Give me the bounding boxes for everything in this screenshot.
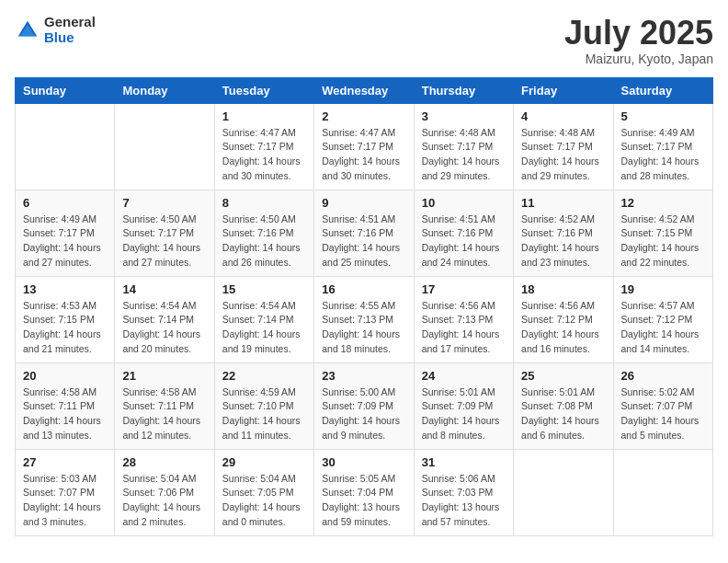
- calendar-cell: [514, 449, 613, 535]
- day-info: Sunrise: 5:03 AM Sunset: 7:07 PM Dayligh…: [23, 472, 107, 530]
- calendar-cell: 20Sunrise: 4:58 AM Sunset: 7:11 PM Dayli…: [16, 362, 115, 449]
- calendar-cell: [613, 449, 712, 535]
- day-number: 13: [23, 282, 107, 296]
- day-number: 12: [621, 196, 705, 210]
- day-number: 7: [122, 196, 206, 210]
- week-row-2: 6Sunrise: 4:49 AM Sunset: 7:17 PM Daylig…: [16, 190, 713, 276]
- day-info: Sunrise: 4:54 AM Sunset: 7:14 PM Dayligh…: [222, 299, 306, 357]
- month-title: July 2025: [564, 15, 713, 52]
- logo-general-text: General: [44, 15, 96, 30]
- calendar-cell: 3Sunrise: 4:48 AM Sunset: 7:17 PM Daylig…: [414, 103, 513, 190]
- calendar-cell: 27Sunrise: 5:03 AM Sunset: 7:07 PM Dayli…: [16, 449, 115, 535]
- logo-text: General Blue: [44, 15, 96, 45]
- day-number: 31: [422, 455, 506, 469]
- calendar-cell: 9Sunrise: 4:51 AM Sunset: 7:16 PM Daylig…: [314, 190, 414, 276]
- calendar-cell: 16Sunrise: 4:55 AM Sunset: 7:13 PM Dayli…: [314, 276, 414, 362]
- day-number: 10: [422, 196, 506, 210]
- day-number: 14: [122, 282, 206, 296]
- week-row-1: 1Sunrise: 4:47 AM Sunset: 7:17 PM Daylig…: [16, 103, 713, 190]
- weekday-header-friday: Friday: [514, 77, 613, 103]
- day-info: Sunrise: 4:56 AM Sunset: 7:13 PM Dayligh…: [422, 299, 506, 357]
- day-number: 1: [222, 109, 306, 123]
- weekday-header-tuesday: Tuesday: [214, 77, 313, 103]
- day-number: 19: [621, 282, 705, 296]
- calendar-cell: 17Sunrise: 4:56 AM Sunset: 7:13 PM Dayli…: [414, 276, 513, 362]
- day-info: Sunrise: 4:54 AM Sunset: 7:14 PM Dayligh…: [122, 299, 206, 357]
- day-number: 8: [222, 196, 306, 210]
- weekday-header-thursday: Thursday: [414, 77, 513, 103]
- day-number: 4: [521, 109, 605, 123]
- day-info: Sunrise: 4:49 AM Sunset: 7:17 PM Dayligh…: [23, 213, 107, 270]
- day-info: Sunrise: 4:59 AM Sunset: 7:10 PM Dayligh…: [222, 385, 306, 443]
- logo: General Blue: [15, 15, 96, 45]
- calendar-cell: 22Sunrise: 4:59 AM Sunset: 7:10 PM Dayli…: [214, 362, 313, 449]
- calendar-cell: [16, 103, 115, 190]
- calendar-cell: 31Sunrise: 5:06 AM Sunset: 7:03 PM Dayli…: [414, 449, 513, 535]
- day-number: 9: [322, 196, 405, 210]
- day-number: 25: [521, 369, 605, 383]
- calendar-cell: 5Sunrise: 4:49 AM Sunset: 7:17 PM Daylig…: [613, 103, 712, 190]
- weekday-header-row: SundayMondayTuesdayWednesdayThursdayFrid…: [16, 77, 713, 103]
- day-info: Sunrise: 5:04 AM Sunset: 7:05 PM Dayligh…: [222, 472, 306, 530]
- week-row-4: 20Sunrise: 4:58 AM Sunset: 7:11 PM Dayli…: [16, 362, 713, 449]
- day-info: Sunrise: 4:57 AM Sunset: 7:12 PM Dayligh…: [621, 299, 705, 357]
- day-info: Sunrise: 4:47 AM Sunset: 7:17 PM Dayligh…: [222, 126, 306, 184]
- calendar-cell: 18Sunrise: 4:56 AM Sunset: 7:12 PM Dayli…: [514, 276, 613, 362]
- day-number: 6: [23, 196, 107, 210]
- logo-blue-text: Blue: [44, 30, 96, 46]
- day-info: Sunrise: 4:53 AM Sunset: 7:15 PM Dayligh…: [23, 299, 107, 357]
- day-info: Sunrise: 4:48 AM Sunset: 7:17 PM Dayligh…: [521, 126, 605, 184]
- weekday-header-wednesday: Wednesday: [314, 77, 414, 103]
- day-info: Sunrise: 5:01 AM Sunset: 7:09 PM Dayligh…: [422, 385, 506, 443]
- calendar-table: SundayMondayTuesdayWednesdayThursdayFrid…: [15, 77, 713, 536]
- day-number: 15: [222, 282, 306, 296]
- day-info: Sunrise: 5:00 AM Sunset: 7:09 PM Dayligh…: [322, 385, 405, 443]
- calendar-cell: 13Sunrise: 4:53 AM Sunset: 7:15 PM Dayli…: [16, 276, 115, 362]
- calendar-cell: 19Sunrise: 4:57 AM Sunset: 7:12 PM Dayli…: [613, 276, 712, 362]
- calendar-cell: 14Sunrise: 4:54 AM Sunset: 7:14 PM Dayli…: [115, 276, 214, 362]
- day-number: 30: [322, 455, 405, 469]
- calendar-cell: [115, 103, 214, 190]
- day-info: Sunrise: 4:48 AM Sunset: 7:17 PM Dayligh…: [422, 126, 506, 184]
- page-header: General Blue July 2025 Maizuru, Kyoto, J…: [15, 15, 713, 66]
- title-block: July 2025 Maizuru, Kyoto, Japan: [564, 15, 713, 66]
- day-info: Sunrise: 4:50 AM Sunset: 7:17 PM Dayligh…: [122, 213, 206, 270]
- calendar-cell: 11Sunrise: 4:52 AM Sunset: 7:16 PM Dayli…: [514, 190, 613, 276]
- calendar-cell: 4Sunrise: 4:48 AM Sunset: 7:17 PM Daylig…: [514, 103, 613, 190]
- day-number: 27: [23, 455, 107, 469]
- day-info: Sunrise: 4:52 AM Sunset: 7:16 PM Dayligh…: [521, 213, 605, 270]
- day-info: Sunrise: 4:55 AM Sunset: 7:13 PM Dayligh…: [322, 299, 405, 357]
- day-number: 5: [621, 109, 705, 123]
- location: Maizuru, Kyoto, Japan: [564, 52, 713, 66]
- day-info: Sunrise: 4:51 AM Sunset: 7:16 PM Dayligh…: [322, 213, 405, 270]
- week-row-3: 13Sunrise: 4:53 AM Sunset: 7:15 PM Dayli…: [16, 276, 713, 362]
- day-number: 18: [521, 282, 605, 296]
- day-number: 2: [322, 109, 405, 123]
- calendar-cell: 28Sunrise: 5:04 AM Sunset: 7:06 PM Dayli…: [115, 449, 214, 535]
- day-number: 28: [122, 455, 206, 469]
- calendar-cell: 21Sunrise: 4:58 AM Sunset: 7:11 PM Dayli…: [115, 362, 214, 449]
- day-info: Sunrise: 4:56 AM Sunset: 7:12 PM Dayligh…: [521, 299, 605, 357]
- day-info: Sunrise: 4:50 AM Sunset: 7:16 PM Dayligh…: [222, 213, 306, 270]
- day-number: 11: [521, 196, 605, 210]
- day-info: Sunrise: 5:01 AM Sunset: 7:08 PM Dayligh…: [521, 385, 605, 443]
- calendar-cell: 10Sunrise: 4:51 AM Sunset: 7:16 PM Dayli…: [414, 190, 513, 276]
- calendar-cell: 25Sunrise: 5:01 AM Sunset: 7:08 PM Dayli…: [514, 362, 613, 449]
- calendar-cell: 8Sunrise: 4:50 AM Sunset: 7:16 PM Daylig…: [214, 190, 313, 276]
- day-number: 3: [422, 109, 506, 123]
- day-info: Sunrise: 4:49 AM Sunset: 7:17 PM Dayligh…: [621, 126, 705, 184]
- calendar-cell: 26Sunrise: 5:02 AM Sunset: 7:07 PM Dayli…: [613, 362, 712, 449]
- calendar-cell: 6Sunrise: 4:49 AM Sunset: 7:17 PM Daylig…: [16, 190, 115, 276]
- day-number: 24: [422, 369, 506, 383]
- weekday-header-saturday: Saturday: [613, 77, 712, 103]
- day-info: Sunrise: 5:02 AM Sunset: 7:07 PM Dayligh…: [621, 385, 705, 443]
- calendar-cell: 2Sunrise: 4:47 AM Sunset: 7:17 PM Daylig…: [314, 103, 414, 190]
- calendar-cell: 1Sunrise: 4:47 AM Sunset: 7:17 PM Daylig…: [214, 103, 313, 190]
- calendar-cell: 7Sunrise: 4:50 AM Sunset: 7:17 PM Daylig…: [115, 190, 214, 276]
- day-number: 21: [122, 369, 206, 383]
- calendar-cell: 15Sunrise: 4:54 AM Sunset: 7:14 PM Dayli…: [214, 276, 313, 362]
- day-number: 20: [23, 369, 107, 383]
- day-number: 22: [222, 369, 306, 383]
- day-info: Sunrise: 5:06 AM Sunset: 7:03 PM Dayligh…: [422, 472, 506, 530]
- calendar-cell: 23Sunrise: 5:00 AM Sunset: 7:09 PM Dayli…: [314, 362, 414, 449]
